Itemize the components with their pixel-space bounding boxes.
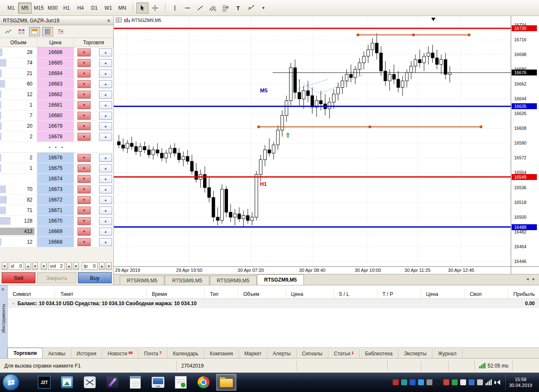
tray-icon-sync[interactable] — [418, 379, 424, 385]
row-sell-button[interactable]: ▾ — [78, 70, 91, 78]
j2t-taskbar-icon[interactable]: J2T — [34, 374, 54, 391]
row-buy-button[interactable]: ▴ — [99, 207, 112, 215]
timeframe-button-w1[interactable]: W1 — [102, 3, 115, 13]
tray-icon-language[interactable] — [477, 379, 483, 385]
row-sell-button[interactable]: ▾ — [78, 217, 91, 225]
cursor-icon[interactable] — [137, 3, 148, 13]
timeframe-button-m5[interactable]: M5 — [18, 3, 32, 13]
grid-icon[interactable] — [115, 17, 122, 23]
timeframe-button-m1[interactable]: M1 — [4, 3, 18, 13]
row-sell-button[interactable]: ▾ — [78, 112, 91, 120]
fibonacci-icon[interactable]: F — [220, 3, 231, 13]
row-buy-button[interactable]: ▴ — [99, 80, 112, 88]
toolbox-close-button[interactable]: × — [1, 286, 5, 293]
tray-icon-device[interactable] — [426, 379, 432, 385]
close-position-button[interactable]: Закрыть — [37, 272, 76, 283]
price-cell[interactable]: 16670 — [37, 216, 74, 226]
tray-icon-antivirus[interactable] — [443, 379, 449, 385]
tray-icon-remote[interactable] — [401, 379, 407, 385]
tray-icon-app-black[interactable] — [435, 379, 441, 385]
tray-icon-notification[interactable] — [393, 379, 399, 385]
row-sell-button[interactable]: ▾ — [78, 48, 91, 56]
volume-field[interactable]: vol 2 — [48, 262, 65, 270]
sl-down-button[interactable]: ▾ — [32, 262, 38, 270]
price-cell[interactable]: 16683 — [37, 79, 74, 89]
time-axis[interactable]: 29 Apr 201929 Apr 19:5030 Apr 07:2030 Ap… — [114, 266, 511, 274]
timeframe-button-m15[interactable]: M15 — [32, 3, 46, 13]
tick-chart-icon[interactable] — [3, 27, 14, 36]
tray-icon-update[interactable] — [452, 379, 458, 385]
trendline-icon[interactable] — [194, 3, 206, 13]
toolbox-tab-компания[interactable]: Компания — [204, 349, 239, 358]
price-cell[interactable]: 16671 — [37, 205, 74, 215]
timeframe-button-m30[interactable]: M30 — [46, 3, 59, 13]
price-cell[interactable]: 16669 — [37, 226, 74, 236]
toolbox-tab-эксперты[interactable]: Эксперты — [398, 349, 432, 358]
toolbox-tab-маркет[interactable]: Маркет — [239, 349, 268, 358]
horizontal-line-icon[interactable] — [182, 3, 193, 13]
row-sell-button[interactable]: ▾ — [78, 80, 91, 88]
buy-button[interactable]: Buy — [78, 272, 112, 283]
chart-tab-rtsgzm9-m5[interactable]: RTSGZM9,M5 — [257, 274, 304, 285]
tray-icon-display[interactable] — [469, 379, 475, 385]
toolbox-tab-библиотека[interactable]: Библиотека — [359, 349, 398, 358]
toolbox-tab-торговля[interactable]: Торговля — [8, 348, 43, 358]
toolbox-tab-история[interactable]: История — [71, 349, 102, 358]
arrows-icon[interactable] — [245, 3, 257, 13]
price-axis[interactable]: 1673416716166981668016662166441662616608… — [511, 16, 539, 266]
price-cell[interactable]: 16675 — [37, 163, 74, 173]
row-sell-button[interactable]: ▾ — [78, 59, 91, 67]
row-buy-button[interactable]: ▴ — [99, 217, 112, 225]
row-sell-button[interactable]: ▾ — [78, 133, 91, 141]
sl-dropdown-button[interactable]: ▾ — [2, 262, 8, 270]
price-cell[interactable]: 16676 — [37, 153, 74, 163]
chart-tab-rtssim9-m5[interactable]: RTSSiM9,M5 — [165, 276, 209, 285]
price-cell[interactable]: 16668 — [37, 237, 74, 247]
chart-tab-rtssrm9-m5[interactable]: RTSSRM9,M5 — [210, 276, 257, 285]
dom-close-button[interactable]: × — [107, 17, 110, 24]
row-sell-button[interactable]: ▾ — [78, 196, 91, 204]
timeframe-button-mn[interactable]: MN — [115, 3, 129, 13]
row-sell-button[interactable]: ▾ — [78, 122, 91, 130]
price-chart[interactable]: M5H1⇧ — [114, 16, 511, 266]
row-buy-button[interactable]: ▴ — [99, 122, 112, 130]
columns-view-icon[interactable] — [42, 27, 53, 36]
depth-of-market-icon[interactable] — [16, 27, 27, 36]
trading-panel-icon[interactable] — [29, 27, 40, 36]
row-buy-button[interactable]: ▴ — [99, 101, 112, 109]
toolbox-tab-активы[interactable]: Активы — [43, 349, 71, 358]
scroll-left-icon[interactable]: ◄ — [526, 277, 529, 281]
image-viewer-taskbar-icon[interactable] — [57, 374, 77, 391]
price-cell[interactable]: 16686 — [37, 47, 74, 57]
tray-icon-flag[interactable] — [460, 379, 466, 385]
price-cell[interactable]: 16685 — [37, 58, 74, 68]
timeframe-button-d1[interactable]: D1 — [88, 3, 101, 13]
row-buy-button[interactable]: ▴ — [99, 196, 112, 204]
toolbox-tab-журнал[interactable]: Журнал — [432, 349, 462, 358]
vertical-line-icon[interactable] — [169, 3, 181, 13]
row-sell-button[interactable]: ▾ — [78, 91, 91, 99]
tp-field[interactable]: tp 0 — [82, 262, 98, 270]
sl-field[interactable]: sl 0 — [9, 262, 24, 270]
timeframe-button-h1[interactable]: H1 — [60, 3, 73, 13]
price-cell[interactable]: 16678 — [37, 132, 74, 142]
toolbox-tab-сигналы[interactable]: Сигналы — [297, 349, 329, 358]
snipping-tool-taskbar-icon[interactable] — [80, 374, 100, 391]
editor-taskbar-icon[interactable] — [171, 374, 191, 391]
sell-button[interactable]: Sell — [2, 272, 35, 283]
price-cell[interactable]: 16674 — [37, 174, 74, 184]
row-sell-button[interactable]: ▾ — [78, 207, 91, 215]
row-sell-button[interactable]: ▾ — [78, 238, 91, 246]
row-sell-button[interactable]: ▾ — [78, 101, 91, 109]
row-buy-button[interactable]: ▴ — [99, 164, 112, 172]
row-buy-button[interactable]: ▴ — [99, 59, 112, 67]
vol-dropdown-button[interactable]: ▾ — [41, 262, 47, 270]
price-levels-icon[interactable] — [55, 27, 66, 36]
text-icon[interactable]: T — [232, 3, 244, 13]
tp-up-button[interactable]: ▴ — [99, 262, 105, 270]
toolbox-tab-новости[interactable]: Новости99 — [102, 349, 138, 358]
toolbox-tab-статьи[interactable]: Статьи1 — [328, 349, 359, 358]
row-buy-button[interactable]: ▴ — [99, 238, 112, 246]
row-buy-button[interactable]: ▴ — [99, 112, 112, 120]
row-buy-button[interactable]: ▴ — [99, 228, 112, 236]
